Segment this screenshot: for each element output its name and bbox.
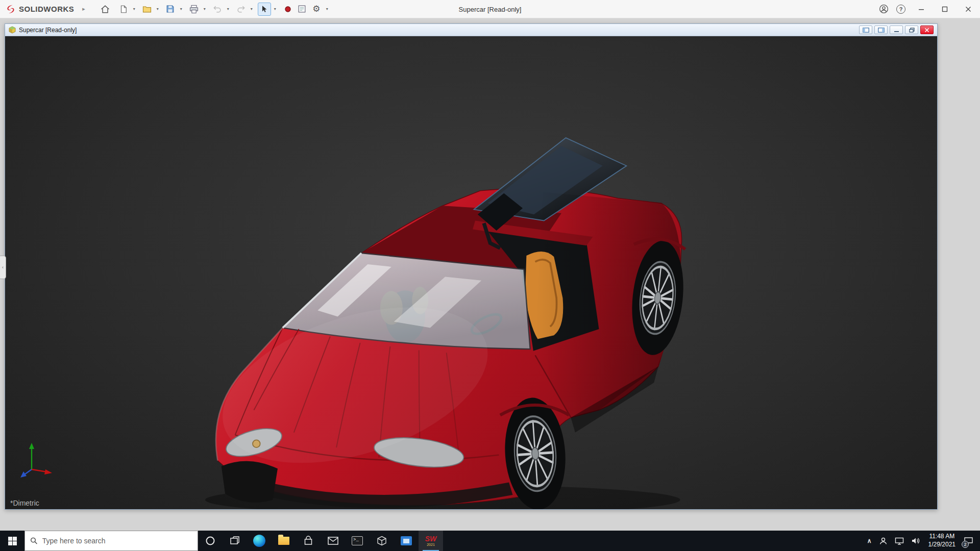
document-window: Supercar [Read-only] [5, 23, 938, 510]
edge-icon [253, 535, 265, 547]
meet-now-button[interactable] [875, 531, 891, 551]
mail-icon [328, 537, 338, 545]
featuremanager-collapse-tab[interactable]: ‹ [0, 256, 6, 279]
cortana-button[interactable] [198, 531, 223, 551]
pane-right-icon [878, 28, 885, 33]
graphics-viewport[interactable]: *Dimetric [5, 36, 937, 509]
titlebar-right-controls: ? [875, 0, 980, 18]
save-button[interactable] [164, 3, 177, 16]
car-3d-model[interactable] [5, 36, 937, 509]
blue-app-icon [401, 536, 412, 545]
main-toolbar: ▾ ▾ ▾ ▾ ▾ ▾ ▾ ⚙ ▾ [99, 3, 332, 16]
document-title: Supercar [Read-only] [19, 27, 77, 34]
command-prompt-icon: >_ [352, 536, 363, 545]
search-input[interactable] [42, 537, 192, 545]
windows-logo-icon [8, 537, 17, 545]
task-view-icon [230, 536, 240, 546]
maximize-button[interactable] [933, 0, 957, 18]
options-button[interactable]: ⚙ [310, 3, 323, 16]
home-icon [100, 4, 110, 14]
undo-caret-icon[interactable]: ▾ [225, 7, 231, 11]
select-button[interactable] [258, 3, 271, 16]
action-center-button[interactable]: 2 [960, 531, 977, 551]
doc-pane-right-button[interactable] [874, 26, 888, 34]
record-macro-icon [284, 5, 292, 13]
document-window-buttons [859, 26, 935, 34]
redo-icon [236, 4, 246, 14]
undo-icon [212, 4, 223, 14]
doc-close-icon [924, 28, 929, 33]
options-caret-icon[interactable]: ▾ [324, 7, 330, 11]
part-document-icon [8, 26, 16, 34]
taskbar-clock[interactable]: 11:48 AM 1/29/2021 [924, 531, 960, 551]
pane-left-icon [863, 28, 869, 33]
taskbar-edge[interactable] [247, 531, 272, 551]
taskbar-solidworks[interactable]: SW 2021 [419, 531, 443, 551]
account-icon [878, 4, 889, 14]
save-icon [165, 4, 175, 14]
minimize-icon [918, 6, 924, 12]
solidworks-logo-icon [5, 4, 16, 15]
doc-minimize-icon [894, 28, 899, 33]
redo-caret-icon[interactable]: ▾ [249, 7, 255, 11]
task-pane-button[interactable] [296, 3, 309, 16]
taskbar-command-prompt[interactable]: >_ [345, 531, 370, 551]
taskbar-3d-viewer[interactable] [370, 531, 394, 551]
doc-minimize-button[interactable] [890, 26, 903, 34]
taskbar-search[interactable] [24, 531, 198, 551]
notification-badge: 2 [962, 541, 969, 548]
select-cursor-icon [260, 5, 268, 13]
doc-close-button[interactable] [920, 26, 934, 34]
open-button[interactable] [140, 3, 154, 16]
x-axis-arrow [44, 469, 52, 474]
windows-taskbar: >_ SW 2021 ∧ 11:48 AM 1/29/2021 2 [0, 531, 980, 551]
sw-year: 2021 [427, 543, 435, 546]
tray-overflow-button[interactable]: ∧ [864, 531, 875, 551]
doc-restore-icon [909, 28, 915, 33]
prompt-glyph: >_ [353, 537, 359, 542]
doc-restore-button[interactable] [905, 26, 918, 34]
record-macro-button[interactable] [281, 3, 295, 16]
document-titlebar[interactable]: Supercar [Read-only] [5, 24, 937, 36]
help-button[interactable]: ? [892, 0, 910, 18]
file-explorer-icon [278, 537, 289, 545]
start-button[interactable] [0, 531, 24, 551]
open-caret-icon[interactable]: ▾ [155, 7, 161, 11]
taskbar-blue-app[interactable] [394, 531, 419, 551]
gear-icon: ⚙ [312, 5, 320, 13]
select-caret-icon[interactable]: ▾ [272, 7, 278, 11]
clock-time: 11:48 AM [929, 533, 954, 541]
maximize-icon [942, 6, 948, 12]
print-button[interactable] [187, 3, 201, 16]
cortana-icon [205, 536, 215, 546]
taskbar-mail[interactable] [321, 531, 345, 551]
undo-button[interactable] [211, 3, 224, 16]
minimize-button[interactable] [910, 0, 933, 18]
clock-date: 1/29/2021 [928, 541, 955, 549]
volume-icon [911, 537, 920, 545]
home-button[interactable] [99, 3, 112, 16]
task-view-button[interactable] [223, 531, 247, 551]
account-button[interactable] [875, 0, 892, 18]
close-icon [965, 6, 971, 12]
app-titlebar: SOLIDWORKS ▸ ▾ ▾ ▾ ▾ ▾ ▾ [0, 0, 980, 18]
redo-button[interactable] [234, 3, 248, 16]
cube-3d-icon [377, 536, 387, 546]
new-document-caret-icon[interactable]: ▾ [131, 7, 137, 11]
store-icon [303, 536, 313, 546]
view-orientation-label: *Dimetric [10, 499, 39, 507]
doc-pane-left-button[interactable] [859, 26, 872, 34]
menu-expand-arrow-icon[interactable]: ▸ [78, 6, 89, 12]
solidworks-taskbar-icon: SW 2021 [425, 535, 437, 546]
new-document-button[interactable] [117, 3, 130, 16]
mdi-client-area: Supercar [Read-only] [0, 19, 980, 531]
taskbar-store[interactable] [296, 531, 321, 551]
taskbar-file-explorer[interactable] [272, 531, 296, 551]
volume-button[interactable] [908, 531, 924, 551]
print-caret-icon[interactable]: ▾ [202, 7, 208, 11]
save-caret-icon[interactable]: ▾ [178, 7, 184, 11]
network-button[interactable] [891, 531, 908, 551]
close-button[interactable] [957, 0, 980, 18]
help-icon: ? [896, 5, 905, 14]
search-icon [30, 537, 38, 545]
